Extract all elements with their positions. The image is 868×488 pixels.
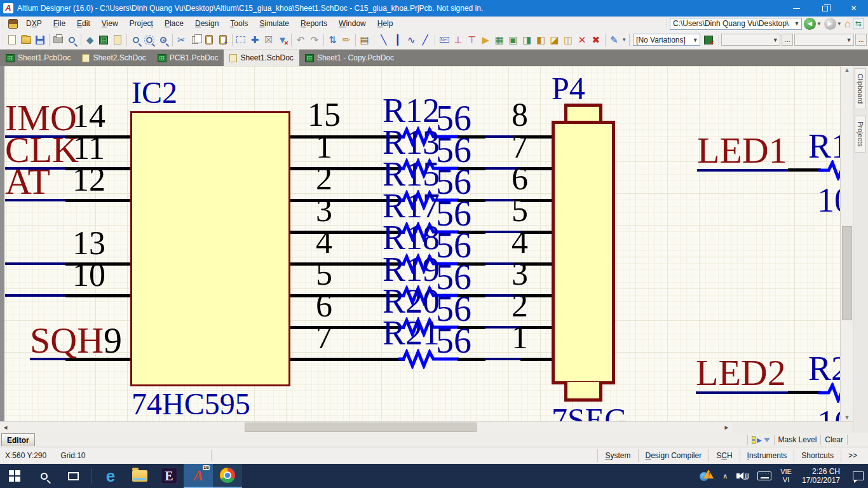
place-harness-entry-icon[interactable]: ◪ xyxy=(548,33,561,47)
ic-pin-number[interactable]: 6 xyxy=(304,289,344,322)
vertical-scrollbar[interactable]: ▲ ▼ xyxy=(840,66,853,421)
scroll-right-icon[interactable]: ► xyxy=(721,422,732,433)
variation-manager-icon[interactable] xyxy=(702,33,715,47)
resistor-designator[interactable]: R12 xyxy=(383,93,440,128)
line-style-icon[interactable]: ✎ xyxy=(608,33,621,47)
paste-icon[interactable] xyxy=(203,33,215,47)
scroll-up-icon[interactable]: ▲ xyxy=(841,67,853,73)
edge-icon[interactable]: e xyxy=(96,464,125,488)
start-icon[interactable] xyxy=(0,464,29,488)
close-button[interactable]: ✕ xyxy=(839,0,868,17)
connector-pin-number[interactable]: 6 xyxy=(506,162,534,195)
wire-segment[interactable] xyxy=(696,391,788,394)
undo-icon[interactable]: ↶ xyxy=(294,33,307,47)
menu-item-design[interactable]: Design xyxy=(189,17,224,30)
empty-combo[interactable]: ▼ xyxy=(721,34,781,46)
zoom-area-icon[interactable] xyxy=(143,33,156,47)
place-ic-icon[interactable]: ▦ xyxy=(493,33,506,47)
view-3d-icon[interactable]: ◆ xyxy=(84,33,97,47)
new-document[interactable] xyxy=(6,33,18,47)
action-center-icon[interactable] xyxy=(846,464,868,488)
empty-combo[interactable]: ▼ xyxy=(794,34,854,46)
wizard-icon[interactable]: ✏ xyxy=(340,33,353,47)
place-bus-entry-icon[interactable]: ╱ xyxy=(419,33,431,47)
connector-part-label[interactable]: 7SEG xyxy=(552,403,627,421)
statusbar-button--[interactable]: >> xyxy=(841,449,864,462)
menu-item-tools[interactable]: Tools xyxy=(224,17,254,30)
clear-filter-icon[interactable]: ▼✕ xyxy=(276,33,289,47)
ic-part-label[interactable]: 74HC595 xyxy=(132,389,250,419)
horizontal-scrollbar-thumb[interactable] xyxy=(245,423,477,432)
connector-p4-tab[interactable] xyxy=(564,382,602,402)
ic-pin-number[interactable]: 1 xyxy=(304,130,344,163)
place-wire-icon[interactable]: ╲ xyxy=(377,33,390,47)
print-preview-icon[interactable] xyxy=(65,33,78,47)
menu-item-window[interactable]: Window xyxy=(333,17,372,30)
net-label-led1[interactable]: LED1 xyxy=(697,132,787,169)
browse-ellipsis-button[interactable]: ... xyxy=(782,34,793,46)
copy-icon[interactable] xyxy=(189,33,201,47)
browse-ellipsis-button[interactable]: ... xyxy=(855,34,867,46)
schematic-viewport[interactable]: 14SDA11SCK12LAT13OE10MRSQHQAQBQCQDQEQFQG… xyxy=(0,66,853,421)
menu-item-edit[interactable]: Edit xyxy=(71,17,96,30)
place-vcc-icon[interactable]: ⊤ xyxy=(466,33,478,47)
horizontal-scrollbar[interactable]: ◄ ► xyxy=(0,421,853,433)
ic-74hc595-body[interactable] xyxy=(130,111,290,386)
document-tab-sheet1-pcbdoc[interactable]: Sheet1.PcbDoc xyxy=(0,50,76,66)
menu-item-view[interactable]: View xyxy=(96,17,124,30)
net-label-led2[interactable]: LED2 xyxy=(696,355,786,391)
panel-tab-projects[interactable]: Projects xyxy=(855,116,866,152)
browse-library-icon[interactable]: ▤ xyxy=(358,33,371,47)
resistor-value[interactable]: 56 xyxy=(436,323,471,358)
file-explorer-icon[interactable] xyxy=(125,464,154,488)
variations-combo[interactable]: [No Variations]▼ xyxy=(633,34,700,46)
panel-tab-clipboard[interactable]: Clipboard xyxy=(855,68,866,109)
pin-line[interactable] xyxy=(290,358,405,361)
statusbar-button-instruments[interactable]: Instruments xyxy=(740,449,794,462)
pin-line[interactable] xyxy=(65,199,130,202)
chevron-down-icon[interactable]: ▼ xyxy=(621,37,627,43)
connector-p4-body[interactable] xyxy=(552,121,615,384)
ic-designator-label[interactable]: IC2 xyxy=(132,78,177,108)
eagle-app-icon[interactable]: E xyxy=(154,464,184,488)
scroll-down-icon[interactable]: ▼ xyxy=(841,414,853,421)
statusbar-button-sch[interactable]: SCH xyxy=(709,449,739,462)
place-diff-pair-icon[interactable]: ✖ xyxy=(590,33,602,47)
document-tab-sheet1-schdoc[interactable]: Sheet1.SchDoc xyxy=(224,50,299,66)
place-no-erc-icon[interactable]: ✕ xyxy=(576,33,588,47)
scroll-left-icon[interactable]: ◄ xyxy=(0,422,11,433)
mask-level-button[interactable]: Mask Level xyxy=(778,435,817,444)
open-icon[interactable] xyxy=(20,33,32,47)
resistor-designator[interactable]: R20 xyxy=(383,284,440,318)
cross-probe-icon[interactable]: ⇅ xyxy=(326,33,339,47)
connector-pin-number[interactable]: 5 xyxy=(506,194,534,227)
ic-pin-number[interactable]: 5 xyxy=(304,257,344,290)
resistor-designator[interactable]: R18 xyxy=(383,220,440,255)
ic-pin-number[interactable]: 7 xyxy=(304,321,344,354)
back-icon[interactable]: ◄ xyxy=(804,18,816,30)
ic-pin-number[interactable]: 4 xyxy=(304,226,344,259)
chevron-down-icon[interactable]: ▼ xyxy=(837,21,842,27)
horizontal-scrollbar-track[interactable]: ◄ ► xyxy=(0,422,732,433)
print-icon[interactable] xyxy=(51,33,64,47)
net-label-at[interactable]: AT xyxy=(5,163,50,200)
resistor-designator[interactable]: R21 xyxy=(383,316,440,350)
language-indicator[interactable]: VIE VI xyxy=(776,464,796,488)
connector-pin-number[interactable]: 7 xyxy=(506,130,534,163)
wire-segment[interactable] xyxy=(697,169,788,172)
sheet-view-icon[interactable] xyxy=(111,33,124,47)
resistor-designator[interactable]: R13 xyxy=(383,125,440,159)
home-icon[interactable]: ⌂ xyxy=(844,18,851,29)
place-bus-icon[interactable]: ┃ xyxy=(391,33,404,47)
task-view-icon[interactable] xyxy=(58,464,88,488)
deselect-icon[interactable]: ☒ xyxy=(262,33,275,47)
chrome-icon[interactable] xyxy=(213,464,242,488)
document-tab-sheet2-schdoc[interactable]: Sheet2.SchDoc xyxy=(76,50,151,66)
zoom-fit-icon[interactable] xyxy=(130,33,142,47)
clear-button[interactable]: Clear xyxy=(825,435,843,444)
place-sheet-entry-icon[interactable]: ◨ xyxy=(520,33,533,47)
connector-pin-number[interactable]: 2 xyxy=(506,289,534,322)
net-label-sqh[interactable]: SQH9 xyxy=(30,322,122,359)
ic-pin-number[interactable]: 2 xyxy=(304,162,344,195)
pin-line[interactable] xyxy=(65,294,130,297)
